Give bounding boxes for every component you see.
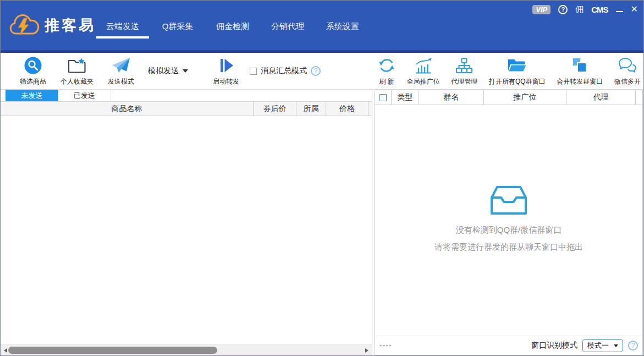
summary-mode-label: 消息汇总模式	[261, 66, 307, 76]
tab-unsent[interactable]: 未发送	[5, 90, 58, 101]
chevron-down-icon	[614, 344, 618, 347]
tool-label: 个人收藏夹	[60, 77, 93, 86]
personal-favorites-button[interactable]: 个人收藏夹	[53, 56, 101, 86]
chevron-down-icon	[183, 69, 188, 73]
hierarchy-icon	[455, 56, 473, 75]
refresh-button[interactable]: 刷 新	[378, 56, 395, 86]
wechat-multi-icon	[618, 56, 637, 75]
app-title: 推客易	[45, 15, 96, 35]
cms-button[interactable]: CMS	[591, 5, 608, 14]
mode-help-icon[interactable]: ?	[628, 341, 638, 350]
column-promotion-slot: 推广位	[484, 90, 566, 105]
column-product-name: 商品名称	[1, 102, 254, 116]
open-all-qq-windows-button[interactable]: 打开所有QQ群窗口	[489, 56, 546, 86]
header: 推客易 云端发送 Q群采集 佣金检测 分销代理 系统设置 VIP ? 佣 CMS…	[1, 1, 643, 53]
tool-label: 合并转发群窗口	[557, 77, 603, 86]
tool-label: 微信多开	[614, 77, 641, 86]
summary-help-icon[interactable]: ?	[311, 66, 321, 76]
window-mode-controls: 窗口识别模式 模式一 ?	[531, 339, 638, 352]
send-mode-button[interactable]: 发送模式	[101, 56, 141, 86]
minimize-icon	[616, 11, 623, 12]
products-table-header: 商品名称 券后价 所属 价格	[1, 102, 372, 116]
tool-label: 启动转发	[213, 77, 239, 86]
products-table-body	[1, 116, 372, 344]
window-mode-label: 窗口识别模式	[531, 341, 577, 350]
minimize-button[interactable]	[616, 4, 623, 14]
commission-button[interactable]: 佣	[575, 4, 584, 15]
select-all-checkbox[interactable]	[379, 94, 387, 101]
chart-icon	[414, 56, 433, 75]
empty-state: 没有检测到QQ群/微信群窗口 请将需要进行群发的群从聊天窗口中拖出	[375, 105, 642, 253]
start-forward-button[interactable]: 启动转发	[206, 56, 246, 86]
folder-star-icon	[67, 56, 87, 75]
column-agent: 代理	[566, 90, 636, 105]
toolbar-left-group: 筛选商品 个人收藏夹	[1, 53, 321, 89]
groups-panel: 类型 群名 推广位 代理 没有检测到QQ群/微信群窗口 请将需要进行群发的群从聊…	[375, 90, 643, 355]
filter-products-button[interactable]: 筛选商品	[13, 56, 53, 86]
tool-label: 打开所有QQ群窗口	[489, 77, 546, 86]
merge-forward-windows-button[interactable]: 合并转发群窗口	[557, 56, 603, 86]
window-mode-select[interactable]: 模式一	[582, 339, 623, 352]
brand: 推客易	[8, 13, 96, 38]
inbox-icon	[491, 185, 527, 215]
main-nav: 云端发送 Q群采集 佣金检测 分销代理 系统设置	[95, 16, 370, 37]
app-window: 推客易 云端发送 Q群采集 佣金检测 分销代理 系统设置 VIP ? 佣 CMS…	[0, 0, 644, 356]
scroll-right-icon[interactable]	[365, 348, 368, 353]
groups-table-header: 类型 群名 推广位 代理	[375, 90, 642, 105]
tab-q-group-collect[interactable]: Q群采集	[150, 16, 205, 37]
agent-management-button[interactable]: 代理管理	[451, 56, 477, 86]
status-text: ----	[379, 341, 392, 350]
toolbar: 筛选商品 个人收藏夹	[1, 53, 643, 90]
tab-distribution-agent[interactable]: 分销代理	[260, 16, 315, 37]
scroll-left-icon[interactable]	[4, 348, 7, 353]
products-tabs: 未发送 已发送	[1, 90, 372, 102]
merge-windows-icon	[571, 56, 588, 75]
app-logo-icon	[8, 13, 40, 38]
select-all-cell	[375, 90, 392, 105]
tab-commission-check[interactable]: 佣金检测	[205, 16, 260, 37]
column-gutter	[636, 90, 642, 105]
column-gutter	[368, 102, 372, 116]
simulate-send-label: 模拟发送	[148, 66, 179, 76]
tool-label: 全局推广位	[407, 77, 440, 86]
global-promotion-button[interactable]: 全局推广位	[407, 56, 440, 86]
column-type: 类型	[392, 90, 419, 105]
tool-label: 筛选商品	[20, 77, 46, 86]
summary-mode-group: 消息汇总模式 ?	[250, 66, 321, 76]
close-button[interactable]: ✕	[631, 5, 638, 14]
empty-state-title: 没有检测到QQ群/微信群窗口	[456, 225, 562, 235]
tool-label: 发送模式	[108, 77, 134, 86]
search-icon	[24, 56, 42, 75]
column-group-name: 群名	[419, 90, 484, 105]
tab-cloud-send[interactable]: 云端发送	[95, 16, 150, 37]
column-owner: 所属	[296, 102, 326, 116]
play-forward-icon	[218, 56, 234, 75]
tab-sent[interactable]: 已发送	[58, 90, 111, 101]
paper-plane-icon	[111, 56, 131, 75]
refresh-icon	[378, 56, 395, 75]
horizontal-scrollbar[interactable]	[1, 344, 372, 355]
scrollbar-thumb[interactable]	[8, 347, 217, 354]
help-icon[interactable]: ?	[558, 5, 568, 14]
products-panel: 未发送 已发送 商品名称 券后价 所属 价格	[1, 90, 372, 355]
tab-system-settings[interactable]: 系统设置	[315, 16, 370, 37]
vip-badge[interactable]: VIP	[532, 5, 551, 14]
tool-label: 刷 新	[379, 77, 394, 86]
simulate-send-dropdown[interactable]: 模拟发送	[148, 66, 188, 76]
column-coupon-price: 券后价	[254, 102, 296, 116]
open-folder-icon	[507, 56, 527, 75]
titlebar-controls: VIP ? 佣 CMS ✕	[532, 4, 638, 15]
window-mode-value: 模式一	[587, 341, 609, 350]
wechat-multi-open-button[interactable]: 微信多开	[614, 56, 641, 86]
summary-mode-checkbox[interactable]	[250, 68, 257, 75]
column-price: 价格	[326, 102, 368, 116]
toolbar-right-group: 刷 新 全局推广位	[376, 53, 643, 89]
status-bar: ---- 窗口识别模式 模式一 ?	[375, 336, 642, 355]
empty-state-subtitle: 请将需要进行群发的群从聊天窗口中拖出	[434, 242, 583, 253]
tool-label: 代理管理	[451, 77, 477, 86]
